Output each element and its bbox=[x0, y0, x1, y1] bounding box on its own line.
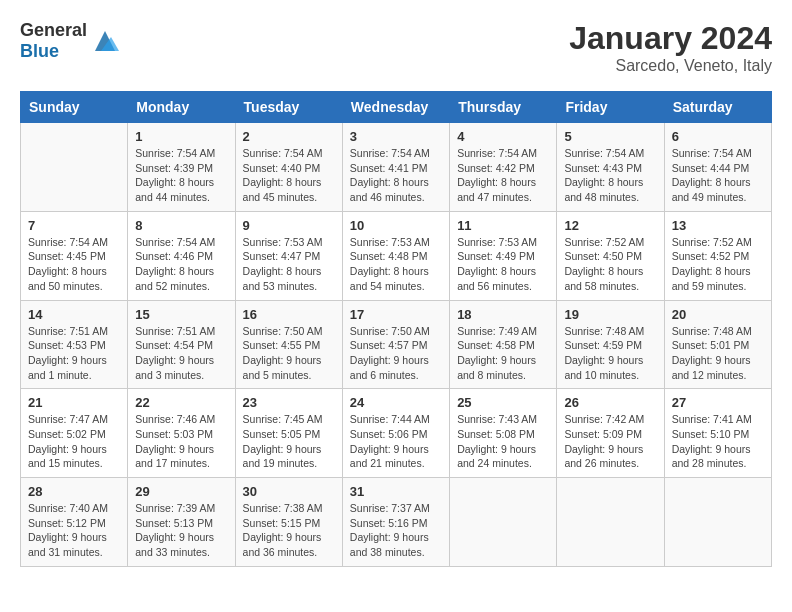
day-info: Sunrise: 7:39 AM Sunset: 5:13 PM Dayligh… bbox=[135, 501, 227, 560]
day-number: 22 bbox=[135, 395, 227, 410]
day-number: 2 bbox=[243, 129, 335, 144]
title-block: January 2024 Sarcedo, Veneto, Italy bbox=[569, 20, 772, 75]
day-number: 11 bbox=[457, 218, 549, 233]
day-number: 7 bbox=[28, 218, 120, 233]
calendar-cell: 22Sunrise: 7:46 AM Sunset: 5:03 PM Dayli… bbox=[128, 389, 235, 478]
calendar-cell: 18Sunrise: 7:49 AM Sunset: 4:58 PM Dayli… bbox=[450, 300, 557, 389]
day-info: Sunrise: 7:49 AM Sunset: 4:58 PM Dayligh… bbox=[457, 324, 549, 383]
calendar-cell: 15Sunrise: 7:51 AM Sunset: 4:54 PM Dayli… bbox=[128, 300, 235, 389]
day-number: 25 bbox=[457, 395, 549, 410]
calendar-cell: 6Sunrise: 7:54 AM Sunset: 4:44 PM Daylig… bbox=[664, 123, 771, 212]
day-info: Sunrise: 7:37 AM Sunset: 5:16 PM Dayligh… bbox=[350, 501, 442, 560]
calendar-cell: 27Sunrise: 7:41 AM Sunset: 5:10 PM Dayli… bbox=[664, 389, 771, 478]
day-number: 29 bbox=[135, 484, 227, 499]
col-header-thursday: Thursday bbox=[450, 92, 557, 123]
day-info: Sunrise: 7:53 AM Sunset: 4:48 PM Dayligh… bbox=[350, 235, 442, 294]
day-number: 17 bbox=[350, 307, 442, 322]
calendar-week-row: 14Sunrise: 7:51 AM Sunset: 4:53 PM Dayli… bbox=[21, 300, 772, 389]
location-subtitle: Sarcedo, Veneto, Italy bbox=[569, 57, 772, 75]
day-number: 8 bbox=[135, 218, 227, 233]
day-info: Sunrise: 7:54 AM Sunset: 4:43 PM Dayligh… bbox=[564, 146, 656, 205]
day-info: Sunrise: 7:51 AM Sunset: 4:54 PM Dayligh… bbox=[135, 324, 227, 383]
day-number: 31 bbox=[350, 484, 442, 499]
calendar-cell: 3Sunrise: 7:54 AM Sunset: 4:41 PM Daylig… bbox=[342, 123, 449, 212]
day-info: Sunrise: 7:50 AM Sunset: 4:55 PM Dayligh… bbox=[243, 324, 335, 383]
day-info: Sunrise: 7:42 AM Sunset: 5:09 PM Dayligh… bbox=[564, 412, 656, 471]
day-info: Sunrise: 7:54 AM Sunset: 4:41 PM Dayligh… bbox=[350, 146, 442, 205]
calendar-cell: 20Sunrise: 7:48 AM Sunset: 5:01 PM Dayli… bbox=[664, 300, 771, 389]
day-number: 4 bbox=[457, 129, 549, 144]
day-info: Sunrise: 7:50 AM Sunset: 4:57 PM Dayligh… bbox=[350, 324, 442, 383]
day-number: 18 bbox=[457, 307, 549, 322]
calendar-week-row: 1Sunrise: 7:54 AM Sunset: 4:39 PM Daylig… bbox=[21, 123, 772, 212]
calendar-cell: 14Sunrise: 7:51 AM Sunset: 4:53 PM Dayli… bbox=[21, 300, 128, 389]
calendar-cell: 25Sunrise: 7:43 AM Sunset: 5:08 PM Dayli… bbox=[450, 389, 557, 478]
month-title: January 2024 bbox=[569, 20, 772, 57]
calendar-table: SundayMondayTuesdayWednesdayThursdayFrid… bbox=[20, 91, 772, 567]
day-info: Sunrise: 7:47 AM Sunset: 5:02 PM Dayligh… bbox=[28, 412, 120, 471]
day-info: Sunrise: 7:44 AM Sunset: 5:06 PM Dayligh… bbox=[350, 412, 442, 471]
calendar-cell: 30Sunrise: 7:38 AM Sunset: 5:15 PM Dayli… bbox=[235, 478, 342, 567]
logo-text: General Blue bbox=[20, 20, 87, 62]
day-number: 24 bbox=[350, 395, 442, 410]
day-number: 15 bbox=[135, 307, 227, 322]
calendar-week-row: 7Sunrise: 7:54 AM Sunset: 4:45 PM Daylig… bbox=[21, 211, 772, 300]
day-info: Sunrise: 7:54 AM Sunset: 4:45 PM Dayligh… bbox=[28, 235, 120, 294]
calendar-cell: 16Sunrise: 7:50 AM Sunset: 4:55 PM Dayli… bbox=[235, 300, 342, 389]
day-info: Sunrise: 7:54 AM Sunset: 4:46 PM Dayligh… bbox=[135, 235, 227, 294]
calendar-cell: 7Sunrise: 7:54 AM Sunset: 4:45 PM Daylig… bbox=[21, 211, 128, 300]
calendar-cell: 4Sunrise: 7:54 AM Sunset: 4:42 PM Daylig… bbox=[450, 123, 557, 212]
day-info: Sunrise: 7:53 AM Sunset: 4:49 PM Dayligh… bbox=[457, 235, 549, 294]
day-number: 26 bbox=[564, 395, 656, 410]
page-header: General Blue January 2024 Sarcedo, Venet… bbox=[20, 20, 772, 75]
day-info: Sunrise: 7:52 AM Sunset: 4:52 PM Dayligh… bbox=[672, 235, 764, 294]
day-number: 9 bbox=[243, 218, 335, 233]
calendar-cell: 24Sunrise: 7:44 AM Sunset: 5:06 PM Dayli… bbox=[342, 389, 449, 478]
calendar-cell: 2Sunrise: 7:54 AM Sunset: 4:40 PM Daylig… bbox=[235, 123, 342, 212]
day-info: Sunrise: 7:38 AM Sunset: 5:15 PM Dayligh… bbox=[243, 501, 335, 560]
day-number: 6 bbox=[672, 129, 764, 144]
logo-icon bbox=[91, 27, 119, 55]
day-number: 20 bbox=[672, 307, 764, 322]
day-info: Sunrise: 7:54 AM Sunset: 4:44 PM Dayligh… bbox=[672, 146, 764, 205]
day-number: 5 bbox=[564, 129, 656, 144]
calendar-cell: 31Sunrise: 7:37 AM Sunset: 5:16 PM Dayli… bbox=[342, 478, 449, 567]
col-header-saturday: Saturday bbox=[664, 92, 771, 123]
day-number: 30 bbox=[243, 484, 335, 499]
calendar-cell: 28Sunrise: 7:40 AM Sunset: 5:12 PM Dayli… bbox=[21, 478, 128, 567]
day-info: Sunrise: 7:54 AM Sunset: 4:40 PM Dayligh… bbox=[243, 146, 335, 205]
calendar-week-row: 28Sunrise: 7:40 AM Sunset: 5:12 PM Dayli… bbox=[21, 478, 772, 567]
day-info: Sunrise: 7:54 AM Sunset: 4:42 PM Dayligh… bbox=[457, 146, 549, 205]
calendar-cell: 11Sunrise: 7:53 AM Sunset: 4:49 PM Dayli… bbox=[450, 211, 557, 300]
day-info: Sunrise: 7:43 AM Sunset: 5:08 PM Dayligh… bbox=[457, 412, 549, 471]
col-header-sunday: Sunday bbox=[21, 92, 128, 123]
calendar-cell bbox=[664, 478, 771, 567]
day-info: Sunrise: 7:53 AM Sunset: 4:47 PM Dayligh… bbox=[243, 235, 335, 294]
calendar-cell: 26Sunrise: 7:42 AM Sunset: 5:09 PM Dayli… bbox=[557, 389, 664, 478]
day-info: Sunrise: 7:41 AM Sunset: 5:10 PM Dayligh… bbox=[672, 412, 764, 471]
day-info: Sunrise: 7:40 AM Sunset: 5:12 PM Dayligh… bbox=[28, 501, 120, 560]
logo-general: General bbox=[20, 20, 87, 40]
day-info: Sunrise: 7:48 AM Sunset: 5:01 PM Dayligh… bbox=[672, 324, 764, 383]
day-number: 1 bbox=[135, 129, 227, 144]
calendar-cell bbox=[21, 123, 128, 212]
day-number: 23 bbox=[243, 395, 335, 410]
calendar-cell: 1Sunrise: 7:54 AM Sunset: 4:39 PM Daylig… bbox=[128, 123, 235, 212]
day-number: 27 bbox=[672, 395, 764, 410]
day-number: 21 bbox=[28, 395, 120, 410]
day-number: 12 bbox=[564, 218, 656, 233]
day-info: Sunrise: 7:45 AM Sunset: 5:05 PM Dayligh… bbox=[243, 412, 335, 471]
calendar-cell: 23Sunrise: 7:45 AM Sunset: 5:05 PM Dayli… bbox=[235, 389, 342, 478]
day-info: Sunrise: 7:51 AM Sunset: 4:53 PM Dayligh… bbox=[28, 324, 120, 383]
calendar-cell: 21Sunrise: 7:47 AM Sunset: 5:02 PM Dayli… bbox=[21, 389, 128, 478]
calendar-cell: 19Sunrise: 7:48 AM Sunset: 4:59 PM Dayli… bbox=[557, 300, 664, 389]
calendar-cell: 12Sunrise: 7:52 AM Sunset: 4:50 PM Dayli… bbox=[557, 211, 664, 300]
logo-blue: Blue bbox=[20, 41, 59, 61]
calendar-cell: 29Sunrise: 7:39 AM Sunset: 5:13 PM Dayli… bbox=[128, 478, 235, 567]
col-header-tuesday: Tuesday bbox=[235, 92, 342, 123]
day-info: Sunrise: 7:52 AM Sunset: 4:50 PM Dayligh… bbox=[564, 235, 656, 294]
day-info: Sunrise: 7:46 AM Sunset: 5:03 PM Dayligh… bbox=[135, 412, 227, 471]
col-header-friday: Friday bbox=[557, 92, 664, 123]
day-number: 13 bbox=[672, 218, 764, 233]
day-info: Sunrise: 7:48 AM Sunset: 4:59 PM Dayligh… bbox=[564, 324, 656, 383]
